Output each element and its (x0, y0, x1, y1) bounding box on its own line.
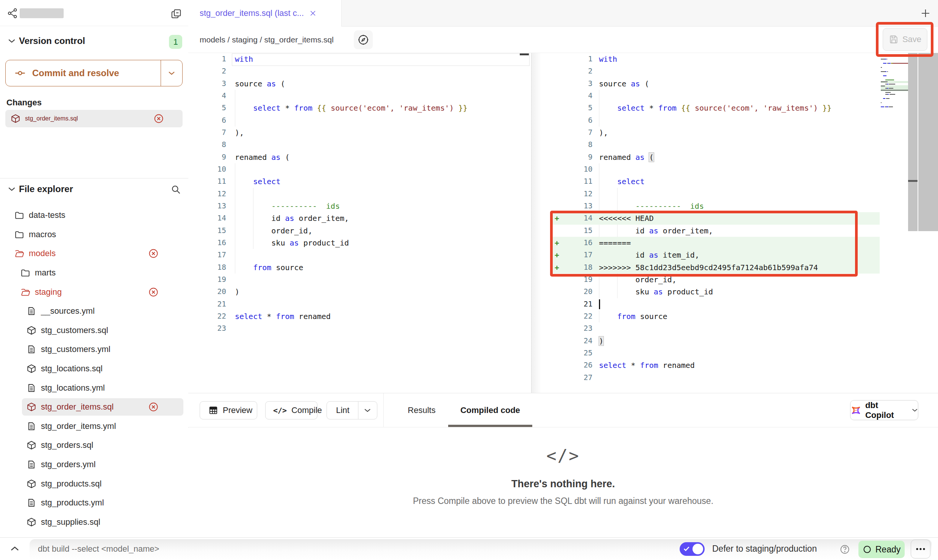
code-line-5[interactable]: 5 select * from {{ source('ecom', 'raw_i… (188, 102, 531, 114)
code-line-8[interactable]: 8 (531, 139, 938, 151)
code-line-10[interactable]: 10 (531, 163, 938, 175)
code-line-14[interactable]: +14<<<<<<< HEAD (531, 212, 938, 224)
code-line-4[interactable]: 4 (531, 90, 938, 102)
code-line-7[interactable]: 7), (188, 127, 531, 139)
code-line-20[interactable]: 20 sku as product_id (531, 286, 938, 298)
code-line-6[interactable]: 6 (531, 114, 938, 127)
code-line-11[interactable]: 11 select (531, 175, 938, 188)
commit-and-resolve-button[interactable]: Commit and resolve (5, 60, 183, 86)
code-line-13[interactable]: 13 ---------- ids (188, 200, 531, 212)
code-line-23[interactable]: 23 (188, 322, 531, 335)
code-line-7[interactable]: 7), (531, 127, 938, 139)
file-item-stg-order-items-yml[interactable]: stg_order_items.yml (0, 417, 188, 436)
chevron-up-icon[interactable] (10, 545, 20, 552)
search-icon[interactable] (170, 184, 181, 195)
code-line-19[interactable]: 19 (188, 274, 531, 286)
code-line-4[interactable]: 4 (188, 90, 531, 102)
file-item-stg-orders-sql[interactable]: stg_orders.sql (0, 436, 188, 455)
lineage-button[interactable] (354, 30, 373, 49)
discard-change-icon[interactable] (148, 248, 159, 259)
chevron-down-icon[interactable] (911, 408, 918, 413)
code-line-2[interactable]: 2 (188, 65, 531, 77)
code-line-17[interactable]: +17 id as item_id, (531, 249, 938, 261)
file-item-stg-products-sql[interactable]: stg_products.sql (0, 474, 188, 493)
file-item-models[interactable]: models (0, 244, 188, 263)
file-item-stg-products-yml[interactable]: stg_products.yml (0, 493, 188, 513)
code-line-15[interactable]: 15 order_id, (188, 225, 531, 237)
minimap[interactable] (881, 54, 910, 110)
code-line-3[interactable]: 3source as ( (188, 78, 531, 90)
code-line-19[interactable]: 19 order_id, (531, 274, 938, 286)
code-editor-left[interactable]: 1with23source as (45 select * from {{ so… (188, 53, 531, 393)
discard-change-icon[interactable] (148, 287, 159, 297)
file-item-stg-order-items-sql[interactable]: stg_order_items.sql (0, 397, 188, 417)
code-line-1[interactable]: 1with (188, 53, 531, 65)
file-item-stg-supplies-sql[interactable]: stg_supplies.sql (0, 513, 188, 532)
file-item-stg-locations-sql[interactable]: stg_locations.sql (0, 359, 188, 379)
code-line-22[interactable]: 22 from source (531, 310, 938, 322)
code-line-18[interactable]: +18>>>>>>> 58c1dd23d5eebd9cd2495fa7124ab… (531, 261, 938, 274)
changed-file-row[interactable]: stg_order_items.sql (5, 110, 183, 127)
file-item-macros[interactable]: macros (0, 225, 188, 244)
code-line-25[interactable]: 25 (531, 347, 938, 359)
code-line-13[interactable]: 13 ---------- ids (531, 200, 938, 212)
code-line-21[interactable]: 21 (531, 298, 938, 310)
code-line-14[interactable]: 14 id as order_item, (188, 212, 531, 224)
file-item-staging[interactable]: staging (0, 282, 188, 302)
code-line-9[interactable]: 9renamed as ( (531, 151, 938, 163)
defer-toggle[interactable] (680, 542, 705, 556)
code-line-12[interactable]: 12 (188, 188, 531, 200)
code-line-16[interactable]: +16======= (531, 237, 938, 249)
code-line-1[interactable]: 1with (531, 53, 938, 65)
code-line-8[interactable]: 8 (188, 139, 531, 151)
code-line-5[interactable]: 5 select * from {{ source('ecom', 'raw_i… (531, 102, 938, 114)
chevron-down-icon[interactable] (364, 408, 371, 413)
ready-status-badge[interactable]: Ready (858, 541, 905, 558)
discard-change-icon[interactable] (148, 402, 159, 412)
code-line-22[interactable]: 22select * from renamed (188, 310, 531, 322)
code-line-2[interactable]: 2 (531, 65, 938, 77)
file-item-stg-customers-yml[interactable]: stg_customers.yml (0, 340, 188, 359)
code-line-23[interactable]: 23 (531, 322, 938, 335)
code-line-24[interactable]: 24) (531, 335, 938, 347)
git-network-icon[interactable] (7, 8, 19, 19)
code-line-16[interactable]: 16 sku as product_id (188, 237, 531, 249)
help-icon[interactable] (840, 544, 850, 555)
file-item-marts[interactable]: marts (0, 263, 188, 283)
commit-dropdown-button[interactable] (161, 60, 182, 86)
code-line-11[interactable]: 11 select (188, 175, 531, 188)
code-line-10[interactable]: 10 (188, 163, 531, 175)
save-button[interactable]: Save (883, 28, 927, 51)
file-item-stg-customers-sql[interactable]: stg_customers.sql (0, 321, 188, 340)
code-line-15[interactable]: 15 id as order_item, (531, 225, 938, 237)
code-line-18[interactable]: 18 from source (188, 261, 531, 274)
code-line-27[interactable]: 27 (531, 372, 938, 384)
tab-stg-order-items[interactable]: stg_order_items.sql (last c... (188, 0, 342, 27)
file-item-stg-locations-yml[interactable]: stg_locations.yml (0, 378, 188, 397)
commit-and-resolve-main[interactable]: Commit and resolve (6, 67, 161, 79)
file-item-stg-orders-yml[interactable]: stg_orders.yml (0, 455, 188, 474)
minimap-slider[interactable] (908, 53, 918, 231)
code-line-3[interactable]: 3source as ( (531, 78, 938, 90)
lint-button[interactable]: Lint (327, 401, 377, 419)
code-line-9[interactable]: 9renamed as ( (188, 151, 531, 163)
preview-button[interactable]: Preview (200, 401, 257, 419)
code-line-17[interactable]: 17 (188, 249, 531, 261)
code-line-6[interactable]: 6 (188, 114, 531, 127)
code-line-20[interactable]: 20) (188, 286, 531, 298)
code-line-26[interactable]: 26select * from renamed (531, 359, 938, 371)
file-item--sources-yml[interactable]: __sources.yml (0, 302, 188, 321)
discard-change-icon[interactable] (153, 113, 164, 124)
editor-scrollbar[interactable] (918, 53, 938, 231)
close-icon[interactable] (309, 9, 317, 17)
more-options-button[interactable] (911, 540, 930, 558)
tab-compiled-code[interactable]: Compiled code (448, 393, 532, 427)
chevron-down-icon[interactable] (8, 186, 16, 192)
compile-button[interactable]: </> Compile (265, 401, 317, 419)
code-editor-right[interactable]: 1with23source as (45 select * from {{ so… (531, 53, 938, 393)
code-line-21[interactable]: 21 (188, 298, 531, 310)
dbt-copilot-button[interactable]: dbt Copilot (850, 400, 918, 420)
copy-icon[interactable] (170, 8, 182, 20)
new-tab-plus-icon[interactable] (920, 8, 931, 19)
tab-results[interactable]: Results (407, 393, 436, 427)
